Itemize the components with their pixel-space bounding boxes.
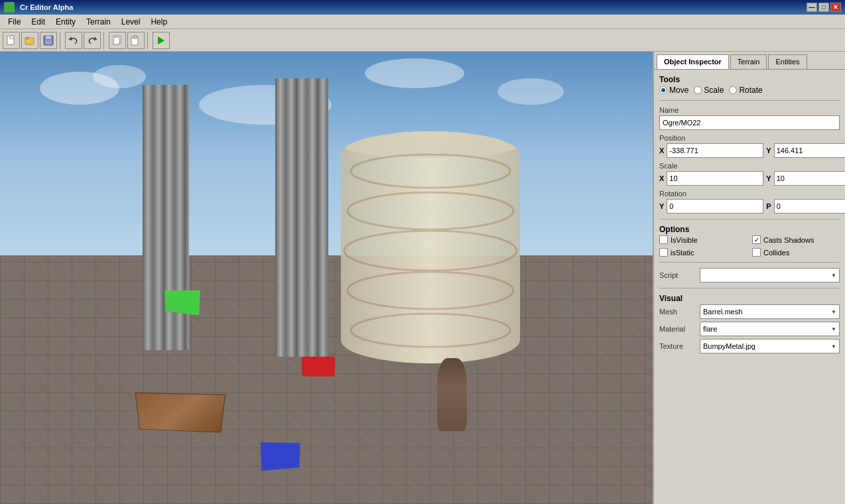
scale-y-input[interactable] [774, 171, 845, 186]
svg-rect-6 [46, 36, 51, 39]
pos-x-label: X [659, 147, 664, 155]
options-section: Options IsVisible Casts Shadows isStatic [659, 225, 840, 257]
texture-dropdown[interactable]: BumpyMetal.jpg ▼ [700, 339, 840, 353]
green-box[interactable] [164, 290, 200, 316]
script-dropdown-arrow: ▼ [831, 273, 836, 279]
redo-button[interactable] [84, 32, 101, 49]
paste-button[interactable] [127, 32, 145, 49]
tool-move[interactable]: Move [659, 86, 688, 95]
cloud-2 [93, 65, 146, 88]
texture-value: BumpyMetal.jpg [703, 342, 755, 350]
tool-scale[interactable]: Scale [694, 86, 724, 95]
cloud-4 [365, 58, 464, 88]
maximize-button[interactable]: □ [818, 3, 829, 12]
collides-label: Collides [763, 249, 789, 257]
titlebar-controls: — □ ✕ [807, 3, 841, 12]
visual-header: Visual [659, 294, 840, 303]
menu-file[interactable]: File [3, 16, 26, 28]
rot-p-input[interactable] [774, 199, 845, 214]
option-collides[interactable]: Collides [752, 248, 840, 257]
open-folder-button[interactable] [21, 32, 38, 49]
red-object[interactable] [302, 357, 336, 377]
collides-checkbox[interactable] [752, 248, 761, 257]
script-label: Script [659, 271, 696, 279]
menu-entity[interactable]: Entity [50, 16, 81, 28]
tools-row: Move Scale Rotate [659, 86, 840, 95]
new-button[interactable] [3, 32, 20, 49]
undo-button[interactable] [65, 32, 82, 49]
rotation-row: Y P R [659, 199, 840, 214]
rotate-radio[interactable] [729, 86, 737, 94]
pos-x-input[interactable] [667, 143, 763, 158]
menu-help[interactable]: Help [145, 16, 172, 28]
wooden-plank[interactable] [135, 393, 226, 432]
option-casts-shadows[interactable]: Casts Shadows [752, 235, 840, 244]
rot-y-input[interactable] [667, 199, 763, 214]
mesh-row: Mesh Barrel.mesh ▼ [659, 304, 840, 319]
isstatic-label: isStatic [671, 249, 694, 257]
save-button[interactable] [40, 32, 57, 49]
mesh-label: Mesh [659, 308, 696, 316]
panel-tabs: Object Inspector Terrain Entities [654, 52, 845, 70]
blue-box[interactable] [261, 442, 300, 471]
isvisible-checkbox[interactable] [659, 235, 668, 244]
name-label: Name [659, 106, 840, 114]
position-label: Position [659, 134, 840, 142]
barrel-object[interactable] [341, 131, 520, 363]
menubar: File Edit Entity Terrain Level Help [0, 15, 845, 29]
visual-section: Visual Mesh Barrel.mesh ▼ Material flare… [659, 294, 840, 353]
script-row: Script ▼ [659, 268, 840, 283]
rotate-label: Rotate [739, 86, 762, 95]
isstatic-checkbox[interactable] [659, 248, 668, 257]
menu-level[interactable]: Level [116, 16, 146, 28]
divider-3 [659, 262, 840, 263]
texture-dropdown-arrow: ▼ [831, 344, 836, 349]
scale-y-label: Y [766, 174, 771, 182]
options-header: Options [659, 225, 840, 234]
tab-terrain[interactable]: Terrain [730, 54, 767, 69]
name-input[interactable] [659, 115, 840, 130]
mesh-dropdown[interactable]: Barrel.mesh ▼ [700, 304, 840, 319]
svg-rect-7 [45, 40, 52, 44]
tab-object-inspector[interactable]: Object Inspector [657, 54, 729, 69]
option-isstatic[interactable]: isStatic [659, 248, 747, 257]
casts-shadows-checkbox[interactable] [752, 235, 761, 244]
script-dropdown[interactable]: ▼ [700, 268, 840, 283]
options-grid: IsVisible Casts Shadows isStatic Collide… [659, 235, 840, 257]
scale-label: Scale [704, 86, 724, 95]
position-row: X Y Z [659, 143, 840, 158]
play-button[interactable] [153, 32, 170, 49]
scale-radio[interactable] [694, 86, 702, 94]
position-section: Position X Y Z [659, 134, 840, 158]
svg-marker-12 [158, 36, 164, 44]
scale-section: Scale X Y Z [659, 162, 840, 186]
rot-p-label: P [766, 202, 771, 210]
move-radio[interactable] [659, 86, 667, 94]
toolbar [0, 29, 845, 52]
copy-button[interactable] [109, 32, 126, 49]
menu-terrain[interactable]: Terrain [81, 16, 116, 28]
titlebar: Cr Editor Alpha — □ ✕ [0, 0, 845, 15]
tab-entities[interactable]: Entities [768, 54, 807, 69]
option-isvisible[interactable]: IsVisible [659, 235, 747, 244]
close-button[interactable]: ✕ [830, 3, 841, 12]
rot-y-label: Y [659, 202, 664, 210]
material-value: flare [703, 325, 717, 333]
pos-y-input[interactable] [774, 143, 845, 158]
script-section: Script ▼ [659, 268, 840, 283]
casts-shadows-label: Casts Shadows [763, 236, 814, 244]
menu-edit[interactable]: Edit [26, 16, 50, 28]
minimize-button[interactable]: — [807, 3, 817, 12]
texture-row: Texture BumpyMetal.jpg ▼ [659, 339, 840, 353]
tool-rotate[interactable]: Rotate [729, 86, 762, 95]
main-content: Object Inspector Terrain Entities Tools … [0, 52, 845, 504]
material-dropdown[interactable]: flare ▼ [700, 322, 840, 336]
divider-2 [659, 219, 840, 220]
app-title: Cr Editor Alpha [20, 3, 73, 11]
viewport[interactable] [0, 52, 653, 504]
tools-header: Tools [659, 75, 840, 84]
svg-rect-4 [25, 37, 29, 39]
mesh-value: Barrel.mesh [703, 308, 742, 316]
scale-x-input[interactable] [667, 171, 763, 186]
rotation-section: Rotation Y P R [659, 190, 840, 214]
